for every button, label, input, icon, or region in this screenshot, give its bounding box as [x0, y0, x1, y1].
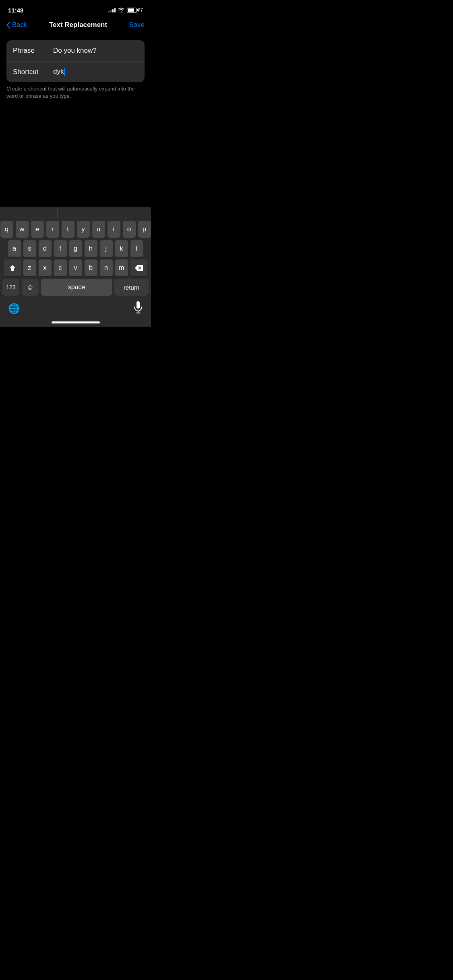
key-row-3: z x c v b n m: [2, 259, 149, 276]
signal-icon: [108, 8, 116, 12]
shortcut-row: Shortcut dyk: [6, 61, 145, 82]
key-l[interactable]: l: [130, 240, 143, 257]
home-indicator: [0, 320, 151, 327]
shift-key[interactable]: [4, 259, 21, 276]
key-j[interactable]: j: [100, 240, 113, 257]
key-c[interactable]: c: [54, 259, 67, 276]
key-x[interactable]: x: [39, 259, 52, 276]
phrase-input[interactable]: [53, 47, 139, 55]
svg-rect-0: [137, 301, 140, 309]
page-title: Text Replacement: [49, 21, 107, 29]
shortcut-label: Shortcut: [13, 68, 53, 76]
key-row-2: a s d f g h j k l: [2, 240, 149, 257]
key-m[interactable]: m: [115, 259, 128, 276]
phrase-label: Phrase: [13, 47, 53, 55]
home-bar: [52, 321, 100, 323]
key-b[interactable]: b: [85, 259, 97, 276]
form-container: Phrase Shortcut dyk: [6, 40, 145, 82]
battery-percent: 77: [138, 7, 143, 13]
return-key[interactable]: return: [114, 279, 149, 296]
key-k[interactable]: k: [115, 240, 128, 257]
key-h[interactable]: h: [85, 240, 97, 257]
key-row-1: q w e r t y u i o p: [2, 221, 149, 238]
hint-text: Create a shortcut that will automaticall…: [6, 85, 145, 100]
key-a[interactable]: a: [8, 240, 21, 257]
phrase-row: Phrase: [6, 40, 145, 61]
key-u[interactable]: u: [92, 221, 105, 238]
text-cursor: [64, 68, 65, 76]
key-i[interactable]: i: [108, 221, 120, 238]
key-t[interactable]: t: [62, 221, 74, 238]
back-label: Back: [12, 21, 27, 29]
nav-bar: Back Text Replacement Save: [0, 18, 151, 34]
key-n[interactable]: n: [100, 259, 113, 276]
emoji-key[interactable]: ☺: [22, 279, 39, 296]
bottom-bar: 🌐: [0, 299, 151, 320]
key-e[interactable]: e: [31, 221, 44, 238]
keyboard-handle: [0, 207, 151, 219]
key-z[interactable]: z: [23, 259, 36, 276]
status-time: 11:48: [8, 7, 23, 14]
key-row-4: 123 ☺ space return: [2, 279, 149, 296]
space-key[interactable]: space: [41, 279, 112, 296]
key-q[interactable]: q: [0, 221, 13, 238]
key-v[interactable]: v: [69, 259, 82, 276]
status-icons: 77: [108, 7, 143, 13]
wifi-icon: [118, 8, 124, 12]
key-w[interactable]: w: [16, 221, 29, 238]
globe-icon[interactable]: 🌐: [8, 303, 20, 314]
key-y[interactable]: y: [77, 221, 90, 238]
delete-key[interactable]: [130, 259, 147, 276]
key-r[interactable]: r: [46, 221, 59, 238]
num-key[interactable]: 123: [2, 279, 19, 296]
key-p[interactable]: p: [138, 221, 151, 238]
handle-line-left: [57, 209, 58, 218]
microphone-icon[interactable]: [133, 301, 143, 316]
save-button[interactable]: Save: [129, 21, 145, 29]
key-s[interactable]: s: [23, 240, 36, 257]
back-button[interactable]: Back: [6, 21, 27, 29]
shortcut-value[interactable]: dyk: [53, 68, 65, 76]
keyboard: q w e r t y u i o p a s d f g h j k l: [0, 207, 151, 327]
keyboard-rows: q w e r t y u i o p a s d f g h j k l: [0, 219, 151, 299]
battery-icon: 77: [127, 7, 143, 13]
key-d[interactable]: d: [39, 240, 52, 257]
key-f[interactable]: f: [54, 240, 67, 257]
key-o[interactable]: o: [123, 221, 136, 238]
key-g[interactable]: g: [69, 240, 82, 257]
handle-line-right: [94, 209, 94, 218]
status-bar: 11:48 77: [0, 0, 151, 18]
